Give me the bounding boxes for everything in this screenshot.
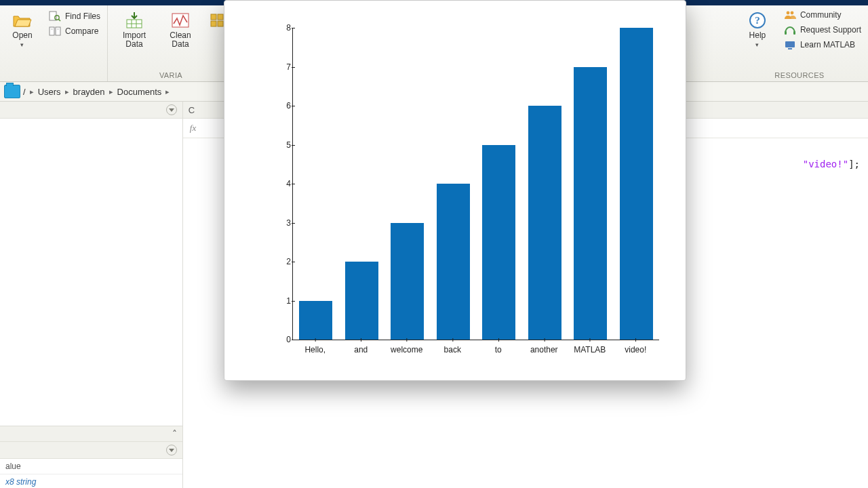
bar bbox=[620, 28, 653, 340]
import-data-icon bbox=[123, 11, 145, 30]
workspace-header: ˄ bbox=[0, 426, 182, 442]
ribbon-group-file: Open▾ Find Files Compare bbox=[0, 5, 108, 81]
figure-window[interactable]: 012345678Hello,andwelcomebacktoanotherMA… bbox=[224, 0, 686, 381]
import-data-button[interactable]: Import Data bbox=[115, 9, 154, 49]
open-button[interactable]: Open▾ bbox=[3, 9, 42, 49]
request-support-link[interactable]: Request Support bbox=[784, 24, 861, 35]
svg-point-18 bbox=[787, 12, 790, 15]
ribbon-group-variable-label: VARIA bbox=[108, 71, 234, 79]
bar bbox=[391, 223, 424, 340]
svg-point-19 bbox=[791, 12, 794, 15]
x-tick: and bbox=[354, 345, 368, 354]
folder-open-icon bbox=[12, 11, 33, 30]
y-tick: 4 bbox=[279, 179, 291, 188]
x-tick: to bbox=[495, 345, 502, 354]
workspace-toolbar bbox=[0, 442, 182, 459]
x-tick: welcome bbox=[391, 345, 422, 354]
ribbon-group-resources-label: RESOURCES bbox=[731, 71, 868, 79]
request-support-label: Request Support bbox=[800, 25, 861, 35]
help-label: Help bbox=[749, 30, 766, 40]
help-button[interactable]: ? Help▾ bbox=[738, 9, 777, 49]
current-folder-header bbox=[0, 102, 182, 119]
y-tick: 8 bbox=[279, 23, 291, 33]
y-tick: 1 bbox=[279, 296, 291, 306]
y-tick: 6 bbox=[279, 101, 291, 110]
y-tick: 0 bbox=[279, 335, 291, 344]
y-tick: 5 bbox=[279, 140, 291, 150]
workspace-columns: alue bbox=[0, 459, 182, 474]
chevron-down-icon: ▾ bbox=[755, 41, 759, 48]
x-tick: Hello, bbox=[304, 345, 326, 354]
bar bbox=[528, 106, 561, 340]
compare-button[interactable]: Compare bbox=[49, 26, 100, 37]
learn-icon bbox=[784, 39, 796, 50]
x-tick: MATLAB bbox=[574, 345, 606, 354]
find-files-icon bbox=[49, 11, 61, 22]
support-icon bbox=[784, 24, 796, 35]
path-root[interactable]: / bbox=[23, 87, 26, 97]
find-files-button[interactable]: Find Files bbox=[49, 11, 100, 22]
svg-rect-23 bbox=[788, 48, 792, 49]
community-label: Community bbox=[800, 10, 842, 20]
path-seg-users[interactable]: Users bbox=[38, 87, 61, 97]
workspace-var-value[interactable]: x8 string bbox=[0, 474, 182, 488]
panel-menu-button[interactable] bbox=[166, 104, 177, 115]
workspace-col-value: alue bbox=[0, 462, 46, 471]
clean-data-icon bbox=[170, 11, 191, 30]
y-tick: 3 bbox=[279, 218, 291, 228]
chevron-right-icon: ▸ bbox=[165, 87, 170, 96]
svg-rect-4 bbox=[56, 27, 60, 35]
svg-rect-14 bbox=[211, 21, 216, 26]
x-tick: another bbox=[530, 345, 558, 354]
community-icon bbox=[784, 9, 796, 20]
editor-string-literal: "video!" bbox=[803, 159, 848, 169]
bar bbox=[437, 184, 470, 340]
chevron-right-icon: ▸ bbox=[109, 87, 113, 96]
community-link[interactable]: Community bbox=[784, 9, 861, 20]
chevron-down-icon: ▾ bbox=[20, 41, 24, 48]
svg-rect-12 bbox=[211, 14, 216, 20]
compare-label: Compare bbox=[65, 26, 98, 36]
bar bbox=[482, 145, 515, 340]
svg-rect-15 bbox=[218, 21, 223, 26]
y-tick: 2 bbox=[279, 257, 291, 266]
editor-code-tail: ]; bbox=[848, 159, 860, 169]
command-window-label: C bbox=[189, 105, 195, 115]
collapse-up-icon[interactable]: ˄ bbox=[172, 428, 177, 439]
find-files-label: Find Files bbox=[65, 12, 100, 21]
panel-menu-button[interactable] bbox=[166, 445, 177, 455]
workspace-panel: ˄ alue x8 string bbox=[0, 426, 182, 488]
import-data-label: Import Data bbox=[123, 31, 146, 49]
svg-rect-20 bbox=[785, 31, 787, 35]
clean-data-button[interactable]: Clean Data bbox=[161, 9, 200, 49]
chevron-right-icon: ▸ bbox=[30, 87, 34, 96]
open-label: Open bbox=[12, 30, 32, 40]
learn-matlab-label: Learn MATLAB bbox=[800, 40, 855, 49]
bar bbox=[345, 262, 378, 340]
folder-icon bbox=[4, 85, 20, 98]
svg-rect-22 bbox=[785, 41, 795, 47]
path-seg-user[interactable]: brayden bbox=[73, 87, 105, 97]
x-tick: back bbox=[444, 345, 461, 354]
chevron-right-icon: ▸ bbox=[65, 87, 69, 96]
ribbon-group-resources: ? Help▾ Community Request Support bbox=[731, 5, 868, 81]
left-column: ˄ alue x8 string bbox=[0, 102, 183, 488]
plot-area: 012345678Hello,andwelcomebacktoanotherMA… bbox=[258, 21, 658, 340]
axes bbox=[292, 28, 659, 340]
svg-rect-13 bbox=[218, 14, 223, 20]
learn-matlab-link[interactable]: Learn MATLAB bbox=[784, 39, 861, 50]
svg-rect-21 bbox=[793, 31, 795, 35]
svg-line-2 bbox=[58, 19, 60, 21]
y-tick: 7 bbox=[279, 62, 291, 72]
current-folder-panel[interactable] bbox=[0, 119, 182, 426]
help-icon: ? bbox=[747, 11, 768, 30]
svg-text:?: ? bbox=[755, 15, 760, 26]
path-seg-documents[interactable]: Documents bbox=[117, 87, 162, 97]
compare-icon bbox=[49, 26, 61, 37]
fx-label: fx bbox=[190, 123, 196, 134]
clean-data-label: Clean Data bbox=[170, 31, 191, 49]
bar bbox=[299, 301, 332, 340]
bar bbox=[574, 67, 607, 340]
ribbon-group-variable: Import Data Clean Data VARIA bbox=[108, 5, 235, 81]
x-tick: video! bbox=[625, 345, 646, 354]
